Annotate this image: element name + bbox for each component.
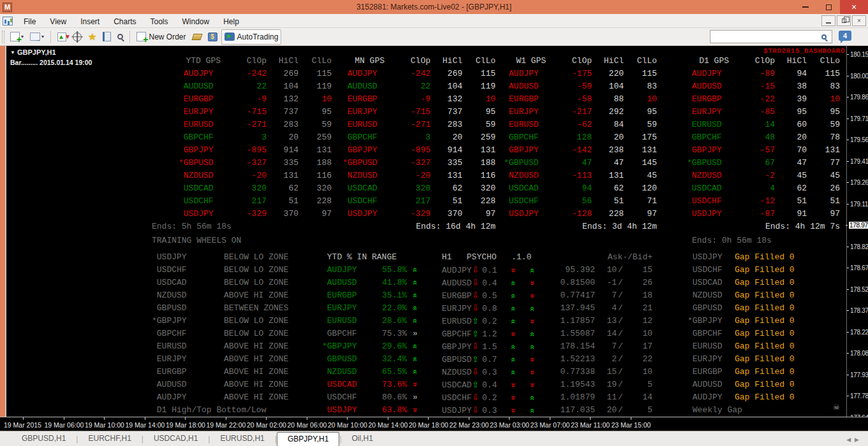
column-header: ClOp <box>546 56 592 66</box>
tab-oil-h1[interactable]: Oil,H1 <box>342 432 383 446</box>
signal-up-icon: » <box>523 342 542 352</box>
autotrading-button[interactable]: ▶ AutoTrading <box>221 29 282 45</box>
clop-value: -327 <box>385 158 430 168</box>
maximize-button[interactable] <box>817 0 840 14</box>
menu-item-window[interactable]: Window <box>175 15 217 28</box>
expert-advisors-button[interactable] <box>190 29 204 45</box>
chart-area: ▼ GBPJPY,H1 Bar......... 2015.01.14 19:0… <box>0 46 868 417</box>
notifications-badge[interactable]: 4 <box>839 31 851 41</box>
signal-dn-icon: » <box>523 291 542 301</box>
menu-item-charts[interactable]: Charts <box>107 15 143 28</box>
tab-eurusd-h1[interactable]: EURUSD,H1 <box>210 432 274 446</box>
signal-up-icon: » <box>523 393 542 403</box>
ends-label: Ends: 4h 12m 7s <box>687 222 840 234</box>
minimize-button[interactable] <box>794 0 817 14</box>
psycho-value: 0.8 <box>482 304 504 313</box>
psycho-up-arrow-icon: ⇧ <box>472 354 482 364</box>
chart-tab-bar: GBPUSD,H1|EURCHF,H1|USDCAD,H1|EURUSD,H1|… <box>0 431 868 446</box>
pair-name: AUDUSD <box>152 380 224 389</box>
block-title: D1 GPS <box>687 56 729 66</box>
range-row: EURJPY22.0%» <box>322 303 423 316</box>
trend-up-icon: » <box>407 342 423 351</box>
ask-spread: 10 <box>595 265 617 275</box>
gap-row: AUDUSDGap Filled 0 <box>688 380 795 392</box>
market-watch-button[interactable] <box>100 29 114 45</box>
tab-usdcad-h1[interactable]: USDCAD,H1 <box>143 432 208 446</box>
clop-value: -58 <box>546 94 592 104</box>
symbol-label: GBPJPY,H1 <box>17 48 56 56</box>
pair-name: AUDJPY <box>687 69 729 78</box>
menu-item-tools[interactable]: Tools <box>143 15 175 28</box>
pair-name: AUDJPY <box>504 69 546 78</box>
tab-scroll-arrows[interactable]: ◀▶ <box>846 436 863 443</box>
quote-row: 137.9454/21 <box>545 303 652 316</box>
pair-name: EURUSD <box>504 120 546 129</box>
table-row: AUDJPY-242269115 <box>342 69 502 82</box>
child-close-button[interactable]: × <box>852 15 866 26</box>
clop-value: -715 <box>385 107 430 117</box>
time-tick-label: 20 Mar 18:00 <box>409 421 448 429</box>
clop-value: -22 <box>729 94 775 104</box>
gold-icon <box>191 34 202 40</box>
search-input[interactable] <box>710 32 821 41</box>
clop-value: -15 <box>729 82 775 91</box>
tab-next-icon[interactable]: ▶ <box>855 436 863 443</box>
table-row: EURGBP-588810 <box>504 94 663 107</box>
pair-name: GBPJPY <box>504 145 546 155</box>
time-tick <box>185 417 186 420</box>
pair-name: GBPUSD <box>152 303 224 313</box>
crosshair-button[interactable] <box>70 29 84 45</box>
price-value: 1.01879 <box>545 392 595 402</box>
profiles-icon <box>30 32 40 41</box>
price-tick-label: 177.930 <box>850 371 868 378</box>
close-button[interactable]: × <box>840 0 868 14</box>
tab-eurchf-h1[interactable]: EURCHF,H1 <box>78 432 141 446</box>
table-row: USDJPY-32937097 <box>342 209 502 222</box>
strategy-tester-button[interactable] <box>115 29 126 45</box>
hicl-value: 283 <box>267 120 298 129</box>
bar-info-label: Bar......... 2015.01.14 19:00 <box>10 59 92 66</box>
tab-gbpjpy-h1[interactable]: GBPJPY,H1 <box>277 432 339 446</box>
cllo-value: 26 <box>807 183 840 193</box>
hicl-value: 132 <box>430 94 462 104</box>
tab-gbpusd-h1[interactable]: GBPUSD,H1 <box>11 432 76 446</box>
tab-prev-icon[interactable]: ◀ <box>846 436 855 443</box>
chart-window-icon[interactable] <box>3 17 13 25</box>
tick-chart-button[interactable]: ▲▼ <box>55 29 69 45</box>
time-tick-label: 23 Mar 11:00 <box>571 421 610 429</box>
child-minimize-button[interactable] <box>821 15 835 26</box>
cllo-value: 120 <box>624 183 657 193</box>
pair-name: EURGBP <box>179 94 221 104</box>
menu-item-help[interactable]: Help <box>216 15 246 28</box>
table-row: USDCAD46226 <box>687 183 846 196</box>
pair-name: USDCAD <box>179 183 221 193</box>
range-percent: 22.0% <box>357 303 407 313</box>
child-restore-button[interactable] <box>837 15 851 26</box>
toolbar-grip[interactable] <box>2 31 4 43</box>
terminal-button[interactable]: $ <box>205 29 220 45</box>
zone-status: BELOW LO ZONE <box>224 329 288 338</box>
clop-value: -85 <box>729 107 775 117</box>
favorites-button[interactable]: ★ <box>85 29 99 45</box>
slash: / <box>617 303 624 313</box>
chevron-down-icon: ▾ <box>41 34 44 40</box>
column-header: ClLo <box>462 56 496 66</box>
pair-name: GBPUSD <box>688 303 735 313</box>
pair-name: USDJPY <box>688 252 735 262</box>
new-chart-button[interactable]: ▾ <box>8 29 26 45</box>
new-order-label: New Order <box>149 32 186 41</box>
symbol-selector[interactable]: ▼ GBPJPY,H1 <box>10 48 56 56</box>
gap-row: EURUSDGap Filled 0 <box>688 342 795 354</box>
menu-item-file[interactable]: File <box>17 15 43 28</box>
menu-item-insert[interactable]: Insert <box>73 15 107 28</box>
trend-flat-icon: » <box>407 329 423 338</box>
column-header: HiCl <box>775 56 807 66</box>
profiles-button[interactable]: ▾ <box>27 29 47 45</box>
signal-up-icon: » <box>523 406 542 415</box>
new-order-button[interactable]: New Order <box>134 29 188 45</box>
menu-item-view[interactable]: View <box>43 15 73 28</box>
pair-name: GBPCHF <box>179 133 221 142</box>
psycho-value: 0.3 <box>482 368 504 377</box>
hicl-value: 20 <box>430 133 462 142</box>
search-box[interactable] <box>710 30 832 43</box>
